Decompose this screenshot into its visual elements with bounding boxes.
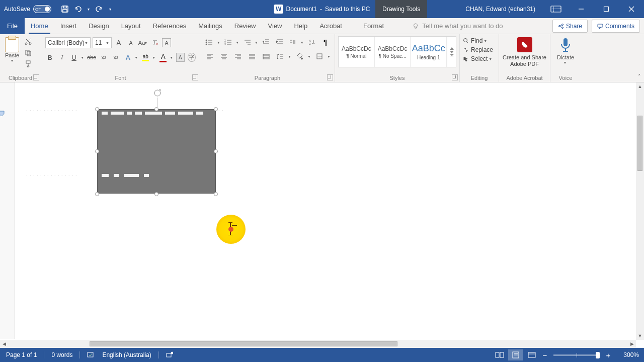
superscript-button[interactable]: x2 [111, 52, 120, 62]
clipboard-dialog-launcher[interactable] [33, 74, 39, 80]
tab-insert[interactable]: Insert [54, 18, 83, 34]
web-layout-view[interactable] [524, 349, 539, 360]
status-language[interactable]: English (Australia) [102, 351, 151, 358]
align-left-button[interactable] [204, 51, 215, 61]
qat-customize-icon[interactable]: ▾ [108, 5, 113, 14]
horizontal-scroll-thumb[interactable] [90, 341, 397, 346]
minimize-icon[interactable] [570, 0, 593, 18]
tab-help[interactable]: Help [288, 18, 313, 34]
numbering-button[interactable]: 123 [223, 37, 234, 47]
paste-button[interactable]: Paste ▼ [2, 36, 22, 73]
shape-rotate-handle[interactable] [153, 88, 162, 98]
styles-gallery[interactable]: AaBbCcDc ¶ Normal AaBbCcDc ¶ No Spac... … [338, 36, 456, 67]
font-color-dropdown-icon[interactable]: ▼ [170, 56, 173, 59]
resize-handle-tl[interactable] [95, 107, 99, 111]
character-shading-button[interactable]: A [176, 53, 184, 62]
undo-dropdown-icon[interactable]: ▼ [87, 5, 91, 14]
strikethrough-button[interactable]: abc [87, 52, 96, 62]
style-no-spacing[interactable]: AaBbCcDc ¶ No Spac... [375, 37, 411, 67]
sort-button[interactable]: AZ [307, 37, 317, 47]
font-dialog-launcher[interactable] [192, 74, 198, 80]
dictate-label[interactable]: Dictate [557, 54, 574, 60]
resize-handle-tr[interactable] [214, 107, 218, 111]
text-effects-button[interactable]: A [123, 54, 132, 61]
scroll-right-icon[interactable]: ▶ [628, 340, 636, 348]
print-layout-view[interactable] [508, 349, 523, 360]
save-icon[interactable] [60, 5, 69, 14]
underline-dropdown-icon[interactable]: ▼ [80, 56, 84, 59]
resize-handle-mr[interactable] [214, 149, 218, 153]
style-normal[interactable]: AaBbCcDc ¶ Normal [339, 37, 375, 67]
multilevel-list-button[interactable] [242, 37, 253, 47]
highlight-dropdown-icon[interactable]: ▼ [152, 56, 155, 59]
autosave-toggle[interactable]: Off [33, 5, 51, 13]
adobe-pdf-icon[interactable] [517, 37, 532, 52]
comments-button[interactable]: Comments [592, 20, 640, 33]
status-word-count[interactable]: 0 words [51, 351, 72, 358]
line-spacing-button[interactable] [275, 51, 286, 61]
zoom-slider-knob[interactable] [596, 352, 600, 358]
align-center-button[interactable] [218, 51, 229, 61]
align-right-button[interactable] [232, 51, 244, 61]
decrease-font-icon[interactable]: A [126, 38, 136, 48]
tab-view[interactable]: View [262, 18, 288, 34]
close-icon[interactable] [620, 0, 643, 18]
find-button[interactable]: Find▼ [463, 37, 496, 44]
resize-handle-br[interactable] [214, 192, 218, 196]
resize-handle-tm[interactable] [154, 107, 158, 111]
multilevel-dropdown-icon[interactable]: ▼ [255, 41, 258, 44]
font-color-button[interactable]: A [158, 53, 168, 62]
maximize-icon[interactable] [595, 0, 618, 18]
tab-design[interactable]: Design [83, 18, 115, 34]
numbering-dropdown-icon[interactable]: ▼ [235, 41, 239, 44]
underline-button[interactable]: U [69, 52, 78, 62]
font-name-combo[interactable]: Calibri (Body)▼ [45, 37, 91, 48]
scroll-left-icon[interactable]: ◀ [0, 340, 8, 348]
enclose-characters-button[interactable]: 字 [188, 53, 196, 62]
scroll-down-icon[interactable]: ▼ [636, 332, 644, 340]
justify-button[interactable] [247, 51, 258, 61]
zoom-level[interactable]: 300% [614, 351, 639, 358]
document-canvas[interactable]: · · · · · · · · · · · · · · · · · · · · … [0, 82, 644, 340]
tab-references[interactable]: References [147, 18, 192, 34]
status-macro-recording[interactable] [166, 351, 173, 358]
subscript-button[interactable]: x2 [99, 52, 108, 62]
increase-indent-button[interactable] [274, 37, 285, 47]
phonetic-guide-icon[interactable]: A [162, 38, 171, 47]
distributed-button[interactable] [261, 51, 272, 61]
bullets-button[interactable] [204, 37, 215, 47]
resize-handle-bl[interactable] [95, 192, 99, 196]
tab-format[interactable]: Format [357, 18, 390, 34]
tab-acrobat[interactable]: Acrobat [313, 18, 348, 34]
text-effects-dropdown-icon[interactable]: ▼ [134, 56, 138, 59]
tab-mailings[interactable]: Mailings [192, 18, 228, 34]
increase-font-icon[interactable]: A [114, 38, 124, 48]
select-button[interactable]: Select▼ [463, 55, 496, 62]
borders-button[interactable] [314, 51, 325, 61]
change-case-button[interactable]: Aa▼ [138, 38, 148, 48]
tab-layout[interactable]: Layout [115, 18, 147, 34]
styles-gallery-more[interactable] [447, 37, 456, 67]
horizontal-scrollbar[interactable]: ◀ ▶ [0, 340, 636, 348]
font-size-combo[interactable]: 11▼ [93, 37, 112, 48]
italic-button[interactable]: I [57, 52, 66, 62]
clear-formatting-icon[interactable] [150, 38, 160, 48]
bold-button[interactable]: B [45, 52, 54, 62]
show-paragraph-marks-button[interactable]: ¶ [320, 37, 331, 47]
ribbon-display-options-icon[interactable] [544, 0, 568, 18]
read-mode-view[interactable] [492, 349, 507, 360]
redo-icon[interactable] [95, 5, 104, 14]
zoom-out-button[interactable]: − [540, 351, 549, 359]
resize-handle-ml[interactable] [95, 149, 99, 153]
cut-icon[interactable] [23, 37, 33, 46]
resize-handle-bm[interactable] [154, 192, 158, 196]
ruler-indent-marker[interactable] [0, 111, 5, 117]
tell-me-search[interactable]: Tell me what you want to do [405, 22, 503, 30]
copy-icon[interactable] [23, 48, 33, 57]
selected-shape-rectangle[interactable] [97, 109, 216, 194]
paragraph-dialog-launcher[interactable] [327, 74, 333, 80]
format-painter-icon[interactable] [23, 59, 33, 68]
tab-file[interactable]: File [0, 18, 25, 34]
zoom-slider[interactable] [553, 354, 600, 356]
bullets-dropdown-icon[interactable]: ▼ [217, 41, 220, 44]
